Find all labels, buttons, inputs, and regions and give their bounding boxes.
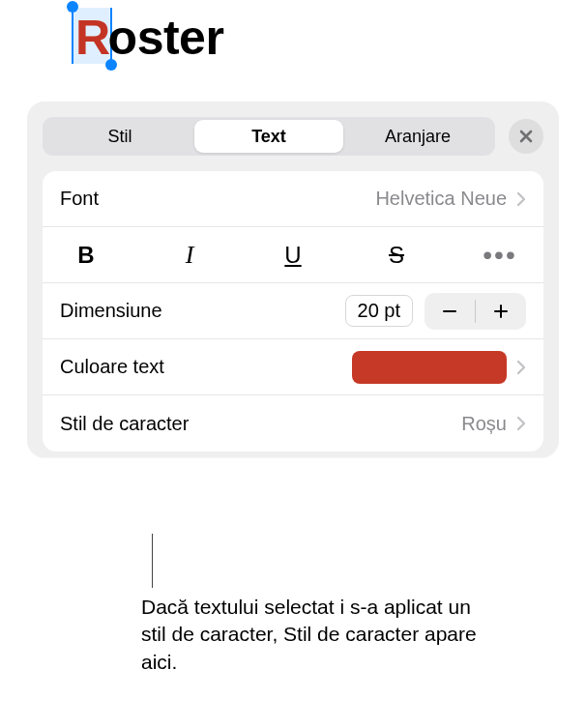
- size-increase-button[interactable]: [476, 293, 526, 330]
- text-color-row[interactable]: Culoare text: [43, 339, 543, 395]
- chevron-right-icon: [516, 191, 526, 207]
- text-color-label: Culoare text: [60, 356, 164, 378]
- close-icon: [519, 130, 533, 143]
- format-panel: Stil Text Aranjare Font Helvetica Neue B…: [27, 102, 559, 457]
- character-style-row[interactable]: Stil de caracter Roșu: [43, 395, 543, 451]
- title-rest: oster: [108, 11, 224, 65]
- callout-text: Dacă textului selectat i s-a aplicat un …: [141, 594, 480, 676]
- tab-style[interactable]: Stil: [45, 120, 194, 153]
- close-button[interactable]: [509, 119, 543, 154]
- tab-segmented-control[interactable]: Stil Text Aranjare: [43, 117, 495, 156]
- chevron-right-icon: [516, 360, 526, 375]
- tab-text[interactable]: Text: [194, 120, 343, 153]
- size-label: Dimensiune: [60, 300, 162, 322]
- font-label: Font: [60, 188, 99, 210]
- plus-icon: [492, 303, 510, 320]
- more-options-button[interactable]: •••: [466, 236, 534, 275]
- italic-button[interactable]: I: [156, 236, 223, 275]
- size-decrease-button[interactable]: [425, 293, 475, 330]
- font-value: Helvetica Neue: [375, 188, 507, 210]
- text-color-swatch[interactable]: [352, 351, 507, 384]
- bold-button[interactable]: B: [52, 236, 120, 275]
- font-row[interactable]: Font Helvetica Neue: [43, 171, 543, 227]
- tab-arrange[interactable]: Aranjare: [343, 120, 492, 153]
- size-row: Dimensiune 20 pt: [43, 283, 543, 339]
- selected-letter: R: [75, 10, 110, 66]
- size-value[interactable]: 20 pt: [345, 295, 413, 327]
- text-style-row: B I U S •••: [43, 227, 543, 283]
- chevron-right-icon: [516, 416, 526, 431]
- size-stepper: [425, 293, 526, 330]
- character-style-value: Roșu: [461, 413, 507, 435]
- minus-icon: [441, 303, 458, 320]
- underline-button[interactable]: U: [259, 236, 327, 275]
- callout-leader-line: [152, 534, 153, 588]
- strikethrough-button[interactable]: S: [363, 236, 430, 275]
- text-settings-card: Font Helvetica Neue B I U S ••• Dimensiu…: [43, 171, 543, 451]
- character-style-label: Stil de caracter: [60, 413, 189, 435]
- document-canvas: R Roster: [0, 0, 586, 102]
- panel-header: Stil Text Aranjare: [43, 117, 543, 156]
